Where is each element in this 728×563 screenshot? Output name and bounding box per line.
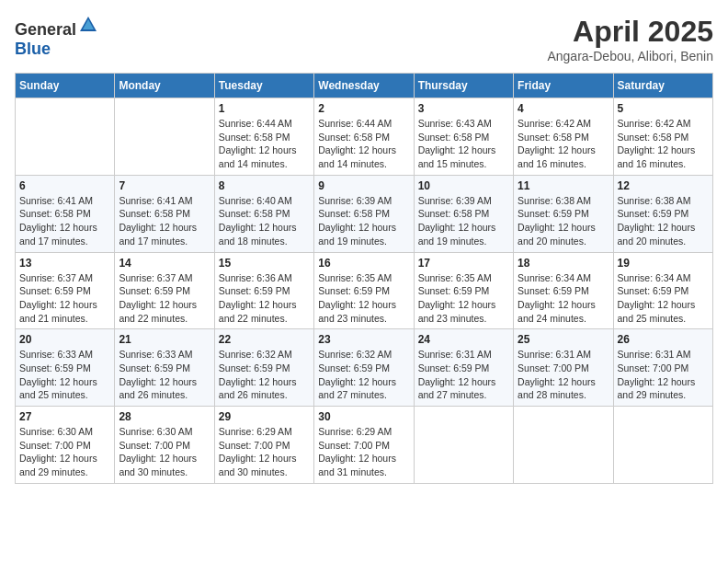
day-number: 9: [318, 179, 409, 192]
calendar-week-4: 20Sunrise: 6:33 AMSunset: 6:59 PMDayligh…: [16, 329, 713, 407]
day-detail: Sunrise: 6:38 AMSunset: 6:59 PMDaylight:…: [618, 194, 709, 248]
calendar-cell: 2Sunrise: 6:44 AMSunset: 6:58 PMDaylight…: [314, 98, 414, 176]
day-number: 20: [19, 333, 110, 346]
day-detail: Sunrise: 6:30 AMSunset: 7:00 PMDaylight:…: [19, 425, 110, 479]
day-number: 7: [119, 179, 210, 192]
calendar-cell: 30Sunrise: 6:29 AMSunset: 7:00 PMDayligh…: [314, 407, 414, 484]
weekday-header-thursday: Thursday: [414, 74, 513, 98]
day-number: 2: [318, 102, 409, 115]
day-number: 15: [219, 257, 310, 270]
day-number: 19: [618, 257, 709, 270]
weekday-header-row: SundayMondayTuesdayWednesdayThursdayFrid…: [16, 74, 713, 98]
calendar-cell: 7Sunrise: 6:41 AMSunset: 6:58 PMDaylight…: [115, 175, 214, 252]
calendar-cell: 16Sunrise: 6:35 AMSunset: 6:59 PMDayligh…: [314, 252, 414, 329]
weekday-header-sunday: Sunday: [16, 74, 115, 98]
calendar-cell: 9Sunrise: 6:39 AMSunset: 6:58 PMDaylight…: [314, 175, 414, 252]
weekday-header-friday: Friday: [514, 74, 613, 98]
day-detail: Sunrise: 6:42 AMSunset: 6:58 PMDaylight:…: [518, 117, 609, 171]
calendar-body: 1Sunrise: 6:44 AMSunset: 6:58 PMDaylight…: [16, 98, 713, 484]
day-number: 30: [318, 410, 409, 423]
day-number: 21: [119, 333, 210, 346]
day-detail: Sunrise: 6:44 AMSunset: 6:58 PMDaylight:…: [318, 117, 409, 171]
logo-general: General: [15, 20, 76, 39]
day-number: 6: [19, 179, 110, 192]
calendar-cell: 8Sunrise: 6:40 AMSunset: 6:58 PMDaylight…: [214, 175, 313, 252]
logo-blue: Blue: [15, 40, 51, 58]
day-number: 4: [518, 102, 609, 115]
logo-text: General Blue: [15, 15, 98, 59]
calendar-cell: [514, 407, 613, 484]
calendar-cell: 11Sunrise: 6:38 AMSunset: 6:59 PMDayligh…: [514, 175, 613, 252]
calendar-cell: 27Sunrise: 6:30 AMSunset: 7:00 PMDayligh…: [16, 407, 115, 484]
calendar-subtitle: Angara-Debou, Alibori, Benin: [547, 49, 713, 63]
calendar-cell: 5Sunrise: 6:42 AMSunset: 6:58 PMDaylight…: [613, 98, 712, 176]
day-number: 10: [418, 179, 509, 192]
day-detail: Sunrise: 6:31 AMSunset: 7:00 PMDaylight:…: [518, 348, 609, 402]
calendar-cell: 28Sunrise: 6:30 AMSunset: 7:00 PMDayligh…: [115, 407, 214, 484]
day-detail: Sunrise: 6:44 AMSunset: 6:58 PMDaylight:…: [219, 117, 310, 171]
calendar-week-1: 1Sunrise: 6:44 AMSunset: 6:58 PMDaylight…: [16, 98, 713, 176]
day-detail: Sunrise: 6:41 AMSunset: 6:58 PMDaylight:…: [19, 194, 110, 248]
page-header: General Blue April 2025 Angara-Debou, Al…: [15, 15, 713, 63]
day-detail: Sunrise: 6:38 AMSunset: 6:59 PMDaylight:…: [518, 194, 609, 248]
calendar-cell: 12Sunrise: 6:38 AMSunset: 6:59 PMDayligh…: [613, 175, 712, 252]
calendar-week-5: 27Sunrise: 6:30 AMSunset: 7:00 PMDayligh…: [16, 407, 713, 484]
day-detail: Sunrise: 6:35 AMSunset: 6:59 PMDaylight:…: [318, 271, 409, 326]
calendar-cell: 20Sunrise: 6:33 AMSunset: 6:59 PMDayligh…: [16, 329, 115, 407]
day-detail: Sunrise: 6:31 AMSunset: 7:00 PMDaylight:…: [618, 348, 709, 402]
day-detail: Sunrise: 6:32 AMSunset: 6:59 PMDaylight:…: [219, 348, 310, 402]
day-number: 27: [19, 410, 110, 423]
day-number: 8: [219, 179, 310, 192]
day-detail: Sunrise: 6:39 AMSunset: 6:58 PMDaylight:…: [418, 194, 509, 248]
calendar-cell: 14Sunrise: 6:37 AMSunset: 6:59 PMDayligh…: [115, 252, 214, 329]
calendar-cell: 10Sunrise: 6:39 AMSunset: 6:58 PMDayligh…: [414, 175, 513, 252]
calendar-cell: [16, 98, 115, 176]
day-number: 29: [219, 410, 310, 423]
calendar-cell: 4Sunrise: 6:42 AMSunset: 6:58 PMDaylight…: [514, 98, 613, 176]
weekday-header-wednesday: Wednesday: [314, 74, 414, 98]
day-number: 13: [19, 257, 110, 270]
day-number: 1: [219, 102, 310, 115]
day-detail: Sunrise: 6:43 AMSunset: 6:58 PMDaylight:…: [418, 117, 509, 171]
calendar-cell: 17Sunrise: 6:35 AMSunset: 6:59 PMDayligh…: [414, 252, 513, 329]
day-number: 18: [518, 257, 609, 270]
day-number: 14: [119, 257, 210, 270]
day-detail: Sunrise: 6:42 AMSunset: 6:58 PMDaylight:…: [618, 117, 709, 171]
day-detail: Sunrise: 6:34 AMSunset: 6:59 PMDaylight:…: [618, 271, 709, 326]
calendar-cell: 6Sunrise: 6:41 AMSunset: 6:58 PMDaylight…: [16, 175, 115, 252]
weekday-header-tuesday: Tuesday: [214, 74, 313, 98]
day-number: 26: [618, 333, 709, 346]
day-detail: Sunrise: 6:37 AMSunset: 6:59 PMDaylight:…: [119, 271, 210, 326]
day-detail: Sunrise: 6:30 AMSunset: 7:00 PMDaylight:…: [119, 425, 210, 479]
weekday-header-saturday: Saturday: [613, 74, 712, 98]
day-number: 12: [618, 179, 709, 192]
calendar-cell: 13Sunrise: 6:37 AMSunset: 6:59 PMDayligh…: [16, 252, 115, 329]
calendar-title: April 2025: [547, 15, 713, 49]
calendar-cell: [613, 407, 712, 484]
day-detail: Sunrise: 6:33 AMSunset: 6:59 PMDaylight:…: [19, 348, 110, 402]
calendar-cell: 22Sunrise: 6:32 AMSunset: 6:59 PMDayligh…: [214, 329, 313, 407]
calendar-table: SundayMondayTuesdayWednesdayThursdayFrid…: [15, 73, 713, 484]
logo: General Blue: [15, 15, 98, 59]
day-number: 25: [518, 333, 609, 346]
day-detail: Sunrise: 6:31 AMSunset: 6:59 PMDaylight:…: [418, 348, 509, 402]
day-number: 28: [119, 410, 210, 423]
calendar-cell: 21Sunrise: 6:33 AMSunset: 6:59 PMDayligh…: [115, 329, 214, 407]
logo-icon: [78, 15, 98, 35]
day-number: 11: [518, 179, 609, 192]
day-detail: Sunrise: 6:35 AMSunset: 6:59 PMDaylight:…: [418, 271, 509, 326]
day-number: 17: [418, 257, 509, 270]
calendar-cell: 26Sunrise: 6:31 AMSunset: 7:00 PMDayligh…: [613, 329, 712, 407]
calendar-cell: 23Sunrise: 6:32 AMSunset: 6:59 PMDayligh…: [314, 329, 414, 407]
day-detail: Sunrise: 6:41 AMSunset: 6:58 PMDaylight:…: [119, 194, 210, 248]
day-detail: Sunrise: 6:33 AMSunset: 6:59 PMDaylight:…: [119, 348, 210, 402]
calendar-cell: [414, 407, 513, 484]
calendar-cell: 15Sunrise: 6:36 AMSunset: 6:59 PMDayligh…: [214, 252, 313, 329]
calendar-cell: 29Sunrise: 6:29 AMSunset: 7:00 PMDayligh…: [214, 407, 313, 484]
weekday-header-monday: Monday: [115, 74, 214, 98]
calendar-cell: 1Sunrise: 6:44 AMSunset: 6:58 PMDaylight…: [214, 98, 313, 176]
day-number: 24: [418, 333, 509, 346]
title-block: April 2025 Angara-Debou, Alibori, Benin: [547, 15, 713, 63]
calendar-cell: 24Sunrise: 6:31 AMSunset: 6:59 PMDayligh…: [414, 329, 513, 407]
day-detail: Sunrise: 6:34 AMSunset: 6:59 PMDaylight:…: [518, 271, 609, 326]
